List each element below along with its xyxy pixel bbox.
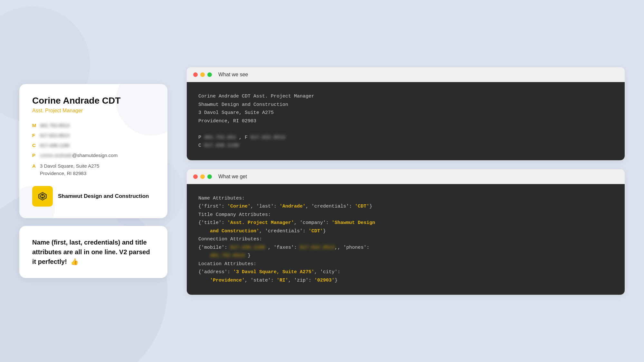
raw-line-1: Corine Andrade CDT Asst. Project Manager — [198, 94, 314, 99]
tl-green-2[interactable] — [207, 174, 212, 179]
cell-value: 617.438.1190 — [40, 143, 70, 148]
commentary-card: Name (first, last, credentials) and titl… — [19, 226, 167, 278]
contact-mobile: M 401.752.6513 — [32, 123, 155, 128]
name-attr-label: Name Attributes: — [198, 196, 245, 201]
mobile-value: 401.752.6513 — [40, 123, 70, 128]
contact-address: A 3 Davol Square, Suite A275Providence, … — [32, 162, 155, 177]
label-a: A — [32, 162, 40, 169]
label-p: P — [32, 153, 40, 158]
traffic-lights-1 — [193, 72, 212, 77]
title-attr-label: Title Company Attributes: — [198, 212, 271, 218]
person-name: Corine Andrade CDT — [32, 96, 155, 106]
company-row: Shamwut Design and Construction — [32, 186, 155, 207]
raw-line-3: 3 Davol Square, Suite A275 — [198, 110, 274, 116]
fax-value: 617.622.8513 — [40, 133, 70, 138]
conn-attr-code: {'mobile': 617.438.1190 , 'faxes': 617.6… — [198, 245, 369, 259]
company-name: Shamwut Design and Construction — [58, 192, 149, 200]
conn-attr-label: Connection Attributes: — [198, 237, 262, 242]
right-column: What we see Corine Andrade CDT Asst. Pro… — [187, 67, 625, 295]
business-card: Corine Andrade CDT Asst. Project Manager… — [19, 84, 167, 218]
tl-red-1[interactable] — [193, 72, 198, 77]
titlebar-1: What we see — [187, 67, 625, 82]
loc-attr-code: {'address': '3 Davol Square, Suite A275'… — [198, 269, 340, 283]
person-title: Asst. Project Manager — [32, 108, 155, 114]
panel-title-1: What we see — [218, 72, 248, 78]
terminal-body-2: Name Attributes: {'first': 'Corine', 'la… — [187, 184, 625, 295]
tl-yellow-2[interactable] — [200, 174, 205, 179]
commentary-text: Name (first, last, credentials) and titl… — [32, 237, 155, 266]
panel-what-we-see: What we see Corine Andrade CDT Asst. Pro… — [187, 67, 625, 160]
panel-title-2: What we get — [218, 174, 247, 180]
title-attr-code: {'title': 'Asst. Project Manager', 'comp… — [198, 220, 375, 234]
tl-yellow-1[interactable] — [200, 72, 205, 77]
raw-line-4: Providence, RI 02903 — [198, 118, 256, 124]
terminal-body-1: Corine Andrade CDT Asst. Project Manager… — [187, 82, 625, 160]
contact-cell: C 617.438.1190 — [32, 143, 155, 148]
tl-red-2[interactable] — [193, 174, 198, 179]
raw-line-6: C 617.438.1190 — [198, 143, 239, 148]
address-value: 3 Davol Square, Suite A275Providence, RI… — [40, 162, 99, 177]
company-logo — [32, 186, 53, 207]
name-attr-code: {'first': 'Corine', 'last': 'Andrade', '… — [198, 204, 372, 209]
contact-email: P corine.andrade@shamutdesign.com — [32, 153, 155, 158]
raw-line-5: P 401.752.651 , F 617.622.8513 — [198, 135, 285, 140]
tl-green-1[interactable] — [207, 72, 212, 77]
panel-what-we-get: What we get Name Attributes: {'first': '… — [187, 169, 625, 295]
traffic-lights-2 — [193, 174, 212, 179]
label-f: F — [32, 133, 40, 138]
email-value: corine.andrade@shamutdesign.com — [40, 153, 118, 158]
titlebar-2: What we get — [187, 169, 625, 184]
contact-fax: F 617.622.8513 — [32, 133, 155, 138]
raw-line-2: Shawmut Design and Construction — [198, 102, 288, 107]
label-m: M — [32, 123, 40, 128]
loc-attr-label: Location Attributes: — [198, 261, 256, 267]
label-c: C — [32, 143, 40, 148]
left-column: Corine Andrade CDT Asst. Project Manager… — [19, 84, 167, 278]
